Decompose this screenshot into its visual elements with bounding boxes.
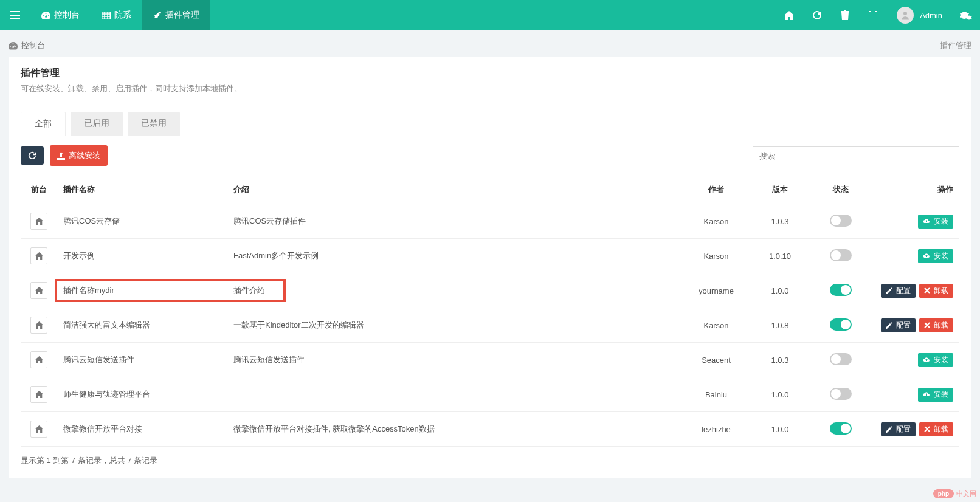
- user-menu[interactable]: Admin: [887, 0, 952, 30]
- fullscreen-button[interactable]: [859, 0, 887, 30]
- svg-point-1: [903, 12, 907, 15]
- install-button[interactable]: 安装: [918, 215, 953, 229]
- content-tab-1[interactable]: 已启用: [71, 112, 123, 136]
- plugin-table: 前台 插件名称 介绍 作者 版本 状态 操作 腾讯COS云存储腾讯COS云存储插…: [21, 176, 959, 447]
- cell-author: Karson: [680, 239, 753, 273]
- state-toggle[interactable]: [830, 353, 852, 365]
- gears-icon: [960, 10, 972, 20]
- cell-name: 开发示例: [57, 239, 227, 273]
- trash-button[interactable]: [831, 0, 859, 30]
- cell-desc: 腾讯COS云存储插件: [227, 204, 680, 239]
- front-home-button[interactable]: [30, 282, 47, 299]
- cell-version: 1.0.3: [753, 343, 807, 377]
- table-row: 腾讯云短信发送插件腾讯云短信发送插件Seacent1.0.3 安装: [21, 343, 959, 377]
- cell-version: 1.0.0: [753, 273, 807, 308]
- state-toggle[interactable]: [830, 422, 852, 435]
- install-button[interactable]: 安装: [918, 249, 953, 263]
- cell-name: 师生健康与轨迹管理平台: [57, 377, 227, 412]
- th-action: 操作: [874, 176, 959, 204]
- user-name: Admin: [920, 11, 942, 20]
- page-subtitle: 可在线安装、卸载、禁用、启用插件，同时支持添加本地插件。: [21, 83, 959, 94]
- cell-name: 插件名称mydir: [57, 273, 227, 308]
- front-home-button[interactable]: [30, 317, 47, 334]
- toolbar: 离线安装: [9, 136, 971, 176]
- home-button[interactable]: [775, 0, 803, 30]
- state-toggle[interactable]: [830, 388, 852, 400]
- cell-author: Seacent: [680, 343, 753, 377]
- th-front: 前台: [21, 176, 57, 204]
- table-row: 腾讯COS云存储腾讯COS云存储插件Karson1.0.3 安装: [21, 204, 959, 239]
- cell-desc: 一款基于Kindeditor二次开发的编辑器: [227, 308, 680, 343]
- cell-name: 微擎微信开放平台对接: [57, 412, 227, 447]
- table-row: 简洁强大的富文本编辑器一款基于Kindeditor二次开发的编辑器Karson1…: [21, 308, 959, 343]
- cell-author: lezhizhe: [680, 412, 753, 447]
- config-button[interactable]: 配置: [881, 318, 916, 332]
- front-home-button[interactable]: [30, 213, 47, 230]
- breadcrumb-right: 插件管理: [940, 40, 971, 51]
- cell-author: Bainiu: [680, 377, 753, 412]
- watermark-text: 中文网: [956, 489, 976, 490]
- front-home-button[interactable]: [30, 421, 47, 438]
- cell-author: Karson: [680, 308, 753, 343]
- table-row: 微擎微信开放平台对接微擎微信开放平台对接插件, 获取微擎的AccessToken…: [21, 412, 959, 447]
- install-button[interactable]: 安装: [918, 353, 953, 367]
- refresh-icon: [28, 151, 36, 160]
- state-toggle[interactable]: [830, 249, 852, 261]
- state-toggle[interactable]: [830, 215, 852, 227]
- front-home-button[interactable]: [30, 386, 47, 403]
- dashboard-icon: [41, 12, 50, 19]
- menu-toggle-button[interactable]: [0, 0, 30, 30]
- trash-icon: [841, 10, 849, 20]
- state-toggle[interactable]: [830, 318, 852, 331]
- config-button[interactable]: 配置: [881, 422, 916, 436]
- refresh-table-button[interactable]: [21, 146, 44, 165]
- nav-tab-label: 院系: [114, 10, 131, 21]
- refresh-button[interactable]: [803, 0, 831, 30]
- front-home-button[interactable]: [30, 247, 47, 264]
- offline-install-label: 离线安装: [69, 150, 100, 161]
- settings-button[interactable]: [952, 0, 980, 30]
- hamburger-icon: [10, 11, 20, 19]
- th-desc: 介绍: [227, 176, 680, 204]
- nav-tab-label: 控制台: [54, 10, 80, 21]
- front-home-button[interactable]: [30, 351, 47, 368]
- install-button[interactable]: 安装: [918, 388, 953, 402]
- cell-name: 简洁强大的富文本编辑器: [57, 308, 227, 343]
- topbar: 控制台院系插件管理 Admin: [0, 0, 980, 30]
- uninstall-button[interactable]: 卸载: [919, 422, 953, 436]
- watermark: php 中文网: [933, 489, 976, 490]
- table-row: 开发示例FastAdmin多个开发示例Karson1.0.10 安装: [21, 239, 959, 273]
- dashboard-icon: [9, 42, 18, 50]
- nav-tab-2[interactable]: 插件管理: [142, 0, 210, 30]
- table-row: 师生健康与轨迹管理平台Bainiu1.0.0 安装: [21, 377, 959, 412]
- search-input[interactable]: [753, 146, 959, 165]
- upload-icon: [57, 152, 65, 160]
- refresh-icon: [812, 10, 822, 20]
- nav-tab-1[interactable]: 院系: [91, 0, 142, 30]
- rocket-icon: [153, 11, 162, 19]
- uninstall-button[interactable]: 卸载: [919, 318, 953, 332]
- nav-tab-label: 插件管理: [165, 10, 199, 21]
- breadcrumb: 控制台 插件管理: [0, 30, 980, 57]
- main-panel: 插件管理 可在线安装、卸载、禁用、启用插件，同时支持添加本地插件。 全部已启用已…: [9, 57, 971, 478]
- cell-version: 1.0.8: [753, 308, 807, 343]
- cell-author: Karson: [680, 204, 753, 239]
- uninstall-button[interactable]: 卸载: [919, 284, 953, 298]
- svg-rect-0: [102, 12, 111, 19]
- config-button[interactable]: 配置: [881, 284, 916, 298]
- content-tab-2[interactable]: 已禁用: [128, 112, 180, 136]
- state-toggle[interactable]: [830, 284, 852, 296]
- table-footer: 显示第 1 到第 7 条记录，总共 7 条记录: [9, 447, 971, 478]
- cell-author: yourname: [680, 273, 753, 308]
- home-icon: [784, 11, 794, 20]
- cell-desc: 腾讯云短信发送插件: [227, 343, 680, 377]
- cell-version: 1.0.3: [753, 204, 807, 239]
- offline-install-button[interactable]: 离线安装: [50, 145, 108, 166]
- cell-desc: 微擎微信开放平台对接插件, 获取微擎的AccessToken数据: [227, 412, 680, 447]
- table-icon: [102, 12, 111, 19]
- cell-name: 腾讯COS云存储: [57, 204, 227, 239]
- th-version: 版本: [753, 176, 807, 204]
- cell-version: 1.0.0: [753, 377, 807, 412]
- content-tab-0[interactable]: 全部: [21, 112, 66, 136]
- nav-tab-0[interactable]: 控制台: [30, 0, 91, 30]
